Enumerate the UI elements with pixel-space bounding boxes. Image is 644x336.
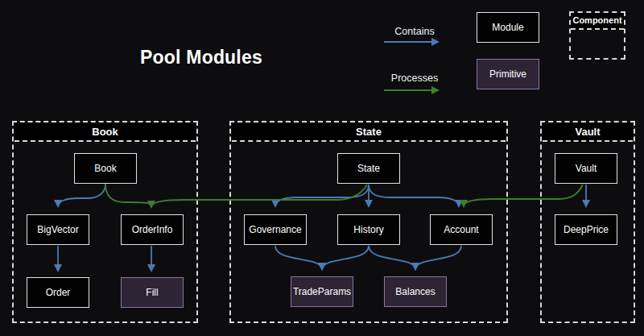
node-fill: Fill [121,277,184,308]
node-bigvector-label: BigVector [37,224,78,235]
legend-processes-label: Processes [370,73,459,84]
node-account-label: Account [444,224,478,235]
node-state: State [337,153,400,184]
node-order: Order [27,277,89,308]
node-governance-label: Governance [249,224,301,235]
node-vault: Vault [555,153,617,184]
legend-module-box: Module [477,12,539,43]
node-orderinfo-label: OrderInfo [132,224,173,235]
legend-contains-label: Contains [370,26,459,37]
node-governance: Governance [244,214,307,245]
node-book-label: Book [94,163,116,174]
node-deepprice: DeepPrice [555,214,617,245]
node-deepprice-label: DeepPrice [564,224,609,235]
node-bigvector: BigVector [27,214,89,245]
container-state-header: State [232,123,506,142]
diagram-canvas: Pool Modules Contains Processes Module P… [0,0,644,336]
legend-component-box: Component [569,11,625,60]
page-title: Pool Modules [129,47,274,69]
node-balances-label: Balances [395,286,435,297]
container-vault-header: Vault [543,123,633,142]
node-tradeparams-label: TradeParams [293,286,351,297]
legend-primitive-box: Primitive [477,59,539,89]
node-state-label: State [357,163,380,174]
node-history-label: History [353,224,383,235]
legend-component-label: Component [571,13,624,30]
node-order-label: Order [46,287,71,298]
legend-module-label: Module [492,22,523,33]
node-history: History [337,214,400,245]
legend-primitive-label: Primitive [489,68,526,80]
node-account: Account [430,214,493,245]
node-vault-label: Vault [576,163,597,174]
container-book-header: Book [14,123,196,142]
node-balances: Balances [384,276,447,307]
node-orderinfo: OrderInfo [121,214,184,245]
node-book: Book [74,153,137,184]
node-tradeparams: TradeParams [291,276,353,307]
node-fill-label: Fill [146,287,158,298]
